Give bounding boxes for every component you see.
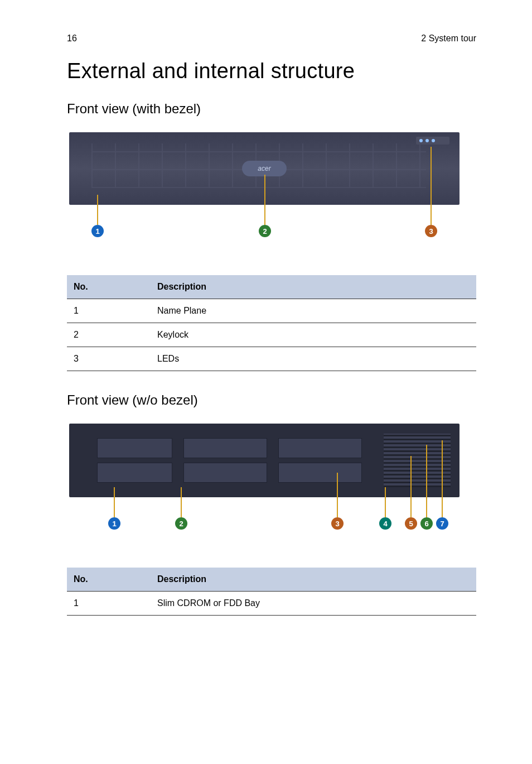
page-number: 16 (67, 33, 77, 44)
page-header: 16 2 System tour (67, 33, 476, 44)
cell-desc: Name Plane (151, 299, 476, 323)
callout-line (181, 487, 182, 517)
led-dot (425, 139, 429, 142)
vent-grille (384, 434, 451, 487)
callout-line (97, 195, 98, 225)
figure-front-with-bezel: acer 1 2 3 (67, 132, 476, 242)
callout-row-bezel: 1 2 3 (69, 208, 476, 242)
cell-desc: LEDs (151, 347, 476, 371)
cell-no: 3 (67, 347, 151, 371)
drive-bay (183, 438, 267, 458)
section-title: 2 System tour (421, 33, 476, 44)
callout-line (426, 445, 427, 517)
table-row: 1 Name Plane (67, 299, 476, 323)
callout-line (410, 456, 412, 517)
cell-no: 1 (67, 299, 151, 323)
callout-badge-7: 7 (436, 517, 448, 530)
callout-line (431, 147, 432, 225)
callout-row-no-bezel: 1 2 3 4 5 6 7 (69, 501, 476, 534)
drive-bay (97, 463, 172, 483)
page-title: External and internal structure (67, 59, 476, 83)
table-row: 3 LEDs (67, 347, 476, 371)
cell-no: 2 (67, 323, 151, 347)
table-row: 1 Slim CDROM or FDD Bay (67, 592, 476, 616)
callout-badge-3: 3 (331, 517, 344, 530)
brand-logo: acer (242, 161, 287, 176)
callout-badge-3: 3 (425, 225, 437, 237)
drive-bay (97, 438, 172, 458)
led-dot (419, 139, 423, 142)
table-front-no-bezel: No. Description 1 Slim CDROM or FDD Bay (67, 568, 476, 616)
cell-desc: Slim CDROM or FDD Bay (151, 592, 476, 616)
th-no: No. (67, 568, 151, 592)
led-dot (432, 139, 435, 142)
callout-badge-1: 1 (91, 225, 104, 237)
drive-bay (183, 463, 267, 483)
subheading-front-no-bezel: Front view (w/o bezel) (67, 392, 476, 408)
leds-panel (416, 137, 449, 145)
callout-badge-5: 5 (405, 517, 417, 530)
server-front-no-bezel-image (69, 424, 460, 497)
callout-line (264, 175, 265, 225)
figure-front-no-bezel: 1 2 3 4 5 6 7 (67, 424, 476, 534)
th-description: Description (151, 275, 476, 299)
callout-badge-2: 2 (175, 517, 187, 530)
th-description: Description (151, 568, 476, 592)
callout-badge-4: 4 (379, 517, 391, 530)
cell-desc: Keylock (151, 323, 476, 347)
callout-line (442, 440, 443, 517)
th-no: No. (67, 275, 151, 299)
table-front-bezel: No. Description 1 Name Plane 2 Keylock 3… (67, 275, 476, 371)
drive-bay (278, 438, 362, 458)
callout-badge-1: 1 (108, 517, 120, 530)
callout-line (337, 473, 338, 517)
drive-bay (278, 463, 362, 483)
callout-line (385, 487, 386, 517)
cell-no: 1 (67, 592, 151, 616)
callout-badge-2: 2 (259, 225, 271, 237)
table-row: 2 Keylock (67, 323, 476, 347)
callout-badge-6: 6 (420, 517, 433, 530)
subheading-front-bezel: Front view (with bezel) (67, 101, 476, 117)
callout-line (114, 487, 115, 517)
